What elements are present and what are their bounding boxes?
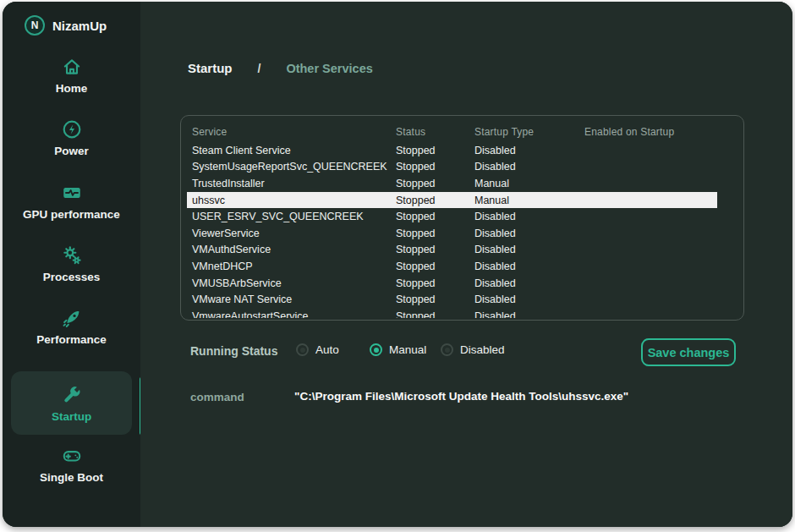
table-row[interactable]: SystemUsageReportSvc_QUEENCREEK Stopped … [182,159,743,176]
table-row[interactable]: VMAuthdService Stopped Disabled [182,242,743,259]
home-icon [11,56,132,79]
table-row[interactable]: TrustedInstaller Stopped Manual [182,175,743,192]
column-header-enabled-on-startup: Enabled on Startup [584,126,743,138]
sidebar-item-home[interactable]: Home [11,56,132,95]
radio-disabled-circle[interactable] [441,343,453,356]
command-value: "C:\Program Files\Microsoft Update Healt… [294,390,628,403]
column-header-service: Service [192,126,396,138]
table-row[interactable]: Steam Client Service Stopped Disabled [182,142,743,159]
radio-auto-label: Auto [315,343,339,356]
breadcrumb-separator: / [258,62,261,75]
table-row[interactable]: VMware NAT Service Stopped Disabled [182,291,743,308]
cell-startup-type: Disabled [474,261,584,272]
cell-service: ViewerService [192,228,396,239]
sidebar-item-label: Single Boot [11,471,132,484]
column-header-status: Status [396,126,474,138]
cell-status: Stopped [396,310,474,318]
wrench-icon [11,384,132,407]
cell-startup-type: Disabled [474,211,584,222]
table-row-selected[interactable]: uhssvc Stopped Manual [182,192,743,209]
cell-service: VMUSBArbService [192,277,396,289]
app-title: NizamUp [52,19,107,33]
sidebar-item-label: Power [11,145,132,157]
breadcrumb: Startup / Other Services [188,61,373,75]
cell-service: VMware NAT Service [192,293,396,305]
sidebar-item-power[interactable]: Power [11,118,132,157]
sidebar-item-single-boot[interactable]: Single Boot [11,445,132,484]
page: N NizamUp Home Power [0,0,795,532]
sidebar-item-label: Performance [11,333,132,346]
column-header-startup-type: Startup Type [474,126,584,138]
cell-service: VmwareAutostartService [192,310,396,318]
sidebar-item-label: Home [11,82,132,95]
radio-disabled[interactable]: Disabled [441,343,505,356]
app-logo-icon: N [25,15,45,36]
radio-manual-circle[interactable] [370,343,382,356]
cell-service: uhssvc [192,195,396,206]
power-icon [11,118,132,141]
gamepad-icon [11,445,132,468]
sidebar-item-label: Startup [11,410,132,423]
cell-status: Stopped [396,244,474,255]
sidebar-item-gpu-performance[interactable]: GPU performance [11,182,132,221]
app-logo: N NizamUp [25,15,107,36]
cell-status: Stopped [396,178,474,189]
sidebar: N NizamUp Home Power [3,2,140,527]
breadcrumb-parent[interactable]: Startup [188,61,233,75]
gears-icon [11,244,132,267]
cell-status: Stopped [396,161,474,173]
table-row[interactable]: ViewerService Stopped Disabled [182,225,743,242]
cell-status: Stopped [396,195,474,206]
cell-startup-type: Disabled [474,244,584,255]
table-row[interactable]: USER_ESRV_SVC_QUEENCREEK Stopped Disable… [182,208,743,225]
cell-startup-type: Manual [474,178,584,189]
services-table: Service Status Startup Type Enabled on S… [180,115,744,321]
table-row[interactable]: VMUSBArbService Stopped Disabled [182,275,743,292]
cell-startup-type: Disabled [474,310,584,318]
cell-startup-type: Disabled [474,228,584,239]
table-header: Service Status Startup Type Enabled on S… [182,123,743,141]
cell-service: USER_ESRV_SVC_QUEENCREEK [192,211,396,222]
radio-manual-label: Manual [389,343,426,356]
cell-service: VMAuthdService [192,244,396,255]
cell-status: Stopped [396,211,474,222]
cell-service: TrustedInstaller [192,178,396,189]
table-row[interactable]: VMnetDHCP Stopped Disabled [182,258,743,275]
breadcrumb-current: Other Services [286,62,372,75]
command-label: command [190,391,244,403]
sidebar-item-performance[interactable]: Performance [11,307,132,346]
cell-status: Stopped [396,145,474,156]
save-changes-button[interactable]: Save changes [641,338,736,366]
cell-service: SystemUsageReportSvc_QUEENCREEK [192,161,396,173]
main-content: Startup / Other Services Service Status … [140,2,792,527]
cell-status: Stopped [396,228,474,239]
cell-service: VMnetDHCP [192,261,396,272]
cell-startup-type: Disabled [474,293,584,305]
radio-manual[interactable]: Manual [370,343,426,356]
radio-disabled-label: Disabled [460,343,505,356]
sidebar-item-label: Processes [11,271,132,283]
gpu-icon [11,182,132,205]
rocket-icon [11,307,132,330]
command-row: command "C:\Program Files\Microsoft Upda… [140,389,792,406]
cell-status: Stopped [396,277,474,289]
cell-startup-type: Manual [474,195,584,206]
cell-status: Stopped [396,293,474,305]
table-row[interactable]: VmwareAutostartService Stopped Disabled [182,308,743,318]
sidebar-item-startup[interactable]: Startup [11,371,132,435]
cell-status: Stopped [396,261,474,272]
radio-auto-circle[interactable] [296,343,309,356]
cell-service: Steam Client Service [192,145,396,156]
sidebar-item-processes[interactable]: Processes [11,244,132,283]
running-status-label: Running Status [190,344,277,358]
table-body: Steam Client Service Stopped Disabled Sy… [182,142,743,318]
cell-startup-type: Disabled [474,277,584,289]
cell-startup-type: Disabled [474,145,584,156]
cell-startup-type: Disabled [474,161,584,173]
radio-auto[interactable]: Auto [296,343,339,356]
sidebar-item-label: GPU performance [11,208,132,221]
app-window: N NizamUp Home Power [3,2,792,527]
